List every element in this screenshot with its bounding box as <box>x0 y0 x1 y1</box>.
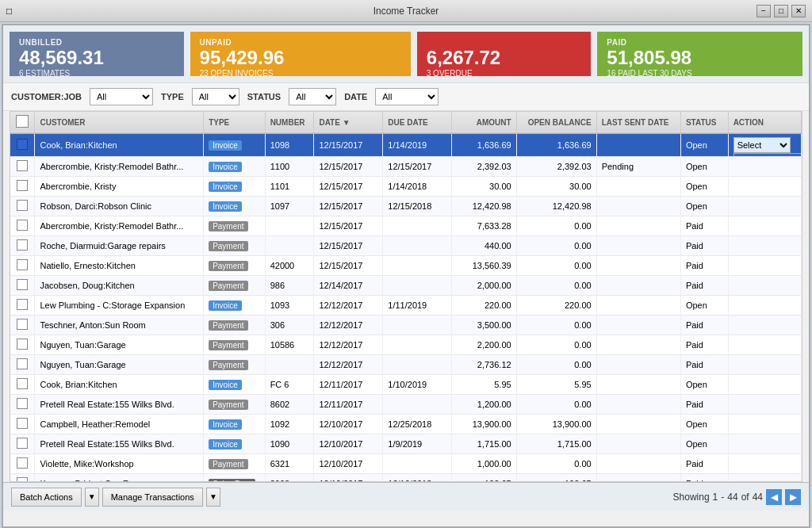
unbilled-label: UNBILLED <box>19 38 174 47</box>
row-checkbox[interactable] <box>17 160 28 171</box>
row-checkbox[interactable] <box>17 398 28 409</box>
row-checkbox-cell[interactable] <box>10 454 35 474</box>
header-amount[interactable]: AMOUNT <box>452 112 516 133</box>
header-balance[interactable]: OPEN BALANCE <box>516 112 596 133</box>
unbilled-amount: 48,569.31 <box>19 47 174 69</box>
date-filter-select[interactable]: All <box>375 88 439 105</box>
row-checkbox-cell[interactable] <box>10 375 35 395</box>
row-action[interactable] <box>728 296 801 316</box>
row-action[interactable] <box>728 395 801 415</box>
row-checkbox-cell[interactable] <box>10 296 35 316</box>
next-page-button[interactable]: ▶ <box>785 489 801 505</box>
row-amount: 7,633.28 <box>452 216 516 236</box>
row-due-date: 12/25/2018 <box>383 415 452 434</box>
row-checkbox-cell[interactable] <box>10 216 35 236</box>
row-status: Open <box>680 296 728 316</box>
row-action[interactable] <box>728 355 801 375</box>
row-checkbox-cell[interactable] <box>10 395 35 415</box>
row-checkbox-cell[interactable] <box>10 133 35 157</box>
row-action[interactable] <box>728 177 801 197</box>
row-number: 1093 <box>265 296 314 316</box>
row-checkbox[interactable] <box>17 477 28 482</box>
batch-actions-dropdown-button[interactable]: ▼ <box>85 488 99 507</box>
header-status[interactable]: STATUS <box>680 112 728 133</box>
table-row: Nguyen, Tuan:GaragePayment12/12/20172,73… <box>10 355 802 375</box>
manage-transactions-dropdown-button[interactable]: ▼ <box>206 488 220 507</box>
row-date: 12/10/2017 <box>314 415 383 434</box>
row-action[interactable] <box>728 316 801 335</box>
row-checkbox-cell[interactable] <box>10 157 35 177</box>
row-checkbox[interactable] <box>17 358 28 369</box>
row-checkbox-cell[interactable] <box>10 276 35 296</box>
row-checkbox[interactable] <box>17 259 28 270</box>
row-date: 12/10/2017 <box>314 474 383 483</box>
row-checkbox[interactable] <box>17 457 28 469</box>
row-checkbox[interactable] <box>17 139 28 150</box>
row-checkbox-cell[interactable] <box>10 256 35 276</box>
batch-actions-button[interactable]: Batch Actions <box>11 488 82 507</box>
header-number[interactable]: NUMBER <box>265 112 314 133</box>
row-date: 12/12/2017 <box>314 316 383 335</box>
header-customer[interactable]: CUSTOMER <box>35 112 204 133</box>
row-customer: Nguyen, Tuan:Garage <box>35 355 204 375</box>
row-balance: 1,636.69 <box>516 133 596 157</box>
minimize-button[interactable]: − <box>756 5 771 17</box>
row-action[interactable] <box>728 454 801 474</box>
type-filter-select[interactable]: All <box>192 88 239 105</box>
header-date[interactable]: DATE ▼ <box>314 112 383 133</box>
overdue-amount: 6,267.72 <box>427 47 582 69</box>
header-action[interactable]: ACTION <box>728 112 801 133</box>
table-row: Abercrombie, Kristy:Remodel Bathr...Invo… <box>10 157 802 177</box>
row-checkbox[interactable] <box>17 299 28 310</box>
row-checkbox-cell[interactable] <box>10 177 35 197</box>
maximize-button[interactable]: □ <box>774 5 788 17</box>
row-action[interactable] <box>728 157 801 177</box>
row-action[interactable] <box>728 236 801 256</box>
row-checkbox[interactable] <box>17 239 28 251</box>
row-checkbox[interactable] <box>17 279 28 290</box>
row-checkbox[interactable] <box>17 220 28 231</box>
row-checkbox-cell[interactable] <box>10 335 35 355</box>
header-checkbox[interactable] <box>10 112 35 133</box>
row-action[interactable] <box>728 434 801 454</box>
action-dropdown-item[interactable]: Select <box>734 154 802 157</box>
row-checkbox-cell[interactable] <box>10 474 35 483</box>
header-last-sent[interactable]: LAST SENT DATE <box>596 112 680 133</box>
row-action[interactable] <box>728 335 801 355</box>
row-action[interactable] <box>728 375 801 395</box>
row-action[interactable] <box>728 197 801 216</box>
customer-filter-select[interactable]: All <box>90 88 153 105</box>
table-row: Cook, Brian:KitchenInvoice109812/15/2017… <box>10 133 802 157</box>
row-action[interactable] <box>728 216 801 236</box>
prev-page-button[interactable]: ◀ <box>766 489 782 505</box>
row-action[interactable] <box>728 276 801 296</box>
row-checkbox-cell[interactable] <box>10 316 35 335</box>
row-checkbox-cell[interactable] <box>10 415 35 434</box>
row-action[interactable] <box>728 474 801 483</box>
header-type[interactable]: TYPE <box>204 112 266 133</box>
row-action[interactable]: SelectReceive PaymentPrintEmailSelectRec… <box>728 133 801 157</box>
row-checkbox[interactable] <box>17 378 28 389</box>
row-checkbox-cell[interactable] <box>10 236 35 256</box>
type-filter-label: TYPE <box>161 92 184 101</box>
row-balance: 0.00 <box>516 335 596 355</box>
row-checkbox[interactable] <box>17 418 28 429</box>
row-checkbox[interactable] <box>17 180 28 191</box>
row-checkbox[interactable] <box>17 200 28 211</box>
row-checkbox[interactable] <box>17 438 28 449</box>
row-amount: 220.00 <box>452 296 516 316</box>
row-action[interactable] <box>728 415 801 434</box>
header-due-date[interactable]: DUE DATE <box>383 112 452 133</box>
close-button[interactable]: ✕ <box>791 5 806 17</box>
manage-transactions-button[interactable]: Manage Transactions <box>102 488 203 507</box>
row-checkbox-cell[interactable] <box>10 434 35 454</box>
row-action[interactable] <box>728 256 801 276</box>
bottom-bar: Batch Actions ▼ Manage Transactions ▼ Sh… <box>3 482 809 511</box>
row-checkbox[interactable] <box>17 339 28 350</box>
action-select[interactable]: SelectReceive PaymentPrintEmail <box>733 137 791 153</box>
row-checkbox-cell[interactable] <box>10 355 35 375</box>
title-bar: □ Income Tracker − □ ✕ <box>0 0 812 22</box>
row-checkbox[interactable] <box>17 319 28 330</box>
row-checkbox-cell[interactable] <box>10 197 35 216</box>
status-filter-select[interactable]: All <box>289 88 336 105</box>
